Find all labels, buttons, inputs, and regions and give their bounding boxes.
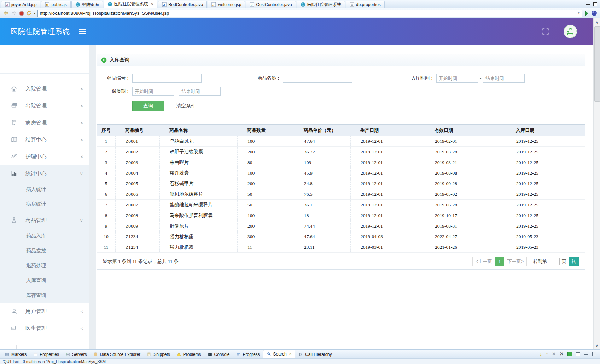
editor-tab-label: db.properties [356, 2, 381, 7]
next-page-button[interactable]: 下一页> [504, 257, 527, 266]
next-match-icon[interactable]: ↓ [540, 352, 542, 356]
back-icon[interactable] [3, 11, 9, 16]
view-tab-servers[interactable]: Servers [62, 350, 90, 358]
maximize-view-icon[interactable] [592, 352, 596, 356]
pagination-bar: 显示第 1 条到 11 条记录，总共 11 条 <上一页 1 下一页> 转到第 … [97, 253, 585, 270]
panel-arrow-icon [101, 57, 107, 63]
table-cell: 2019-12-01 [350, 136, 425, 146]
sidebar-item-1[interactable]: 入院管理< [0, 80, 89, 97]
tab-close-icon[interactable]: ✕ [289, 352, 292, 356]
sidebar-item-2[interactable]: 出院管理< [0, 97, 89, 114]
table-cell: 50 [237, 189, 294, 199]
editor-tab-label: 登陆页面 [82, 2, 99, 8]
user-avatar[interactable] [564, 25, 577, 38]
forward-icon[interactable] [11, 11, 17, 16]
sidebar-item-6[interactable]: 统计中心∨ [0, 165, 89, 182]
editor-tab-6[interactable]: Jwelcome.jsp [208, 1, 245, 8]
view-tab-label: Properties [40, 352, 59, 357]
sidebar-item-5[interactable]: 护理中心< [0, 148, 89, 165]
editor-tab-3[interactable]: 登陆页面 [71, 1, 103, 8]
scroll-up-icon[interactable]: ∧ [594, 19, 600, 25]
view-tab-console[interactable]: Console [204, 350, 233, 358]
browser-scrollbar[interactable]: ∧ ∨ [593, 18, 600, 349]
browser-toolbar: ▾ ∨ [0, 8, 600, 18]
table-row: 5Z0005石杉碱甲片20024.82019-12-012019-09-2820… [97, 178, 585, 189]
table-header-row: 序号药品编号药品名称药品数量药品单价（元）生产日期有效日期入库日期 [97, 124, 585, 136]
view-tab-progress[interactable]: Progress [233, 350, 263, 358]
sidebar-subitem[interactable]: 退药处理 [0, 258, 89, 273]
scroll-down-icon[interactable]: ∨ [594, 342, 600, 348]
scrollbar-thumb[interactable] [594, 26, 600, 102]
sidebar-subitem[interactable]: 病房统计 [0, 197, 89, 212]
table-cell: 2019-08-08 [425, 168, 506, 178]
storage-start-input[interactable] [436, 74, 478, 83]
table-cell: 2019-12-01 [350, 221, 425, 231]
drug-no-input[interactable] [132, 74, 202, 83]
view-tab-data-source-explorer[interactable]: Data Source Explorer [90, 350, 144, 358]
hamburger-menu-icon[interactable] [79, 29, 86, 34]
view-tab-search[interactable]: Search✕ [263, 350, 296, 358]
stats-icon [11, 170, 18, 177]
shelf-start-input[interactable] [132, 87, 174, 96]
table-cell: 4 [97, 168, 115, 178]
editor-tab-9[interactable]: db.properties [346, 1, 385, 8]
sidebar-item-8[interactable]: 用户管理< [0, 303, 89, 320]
prev-page-button[interactable]: <上一页 [472, 257, 495, 266]
table-body: 1Z0001乌鸡白凤丸10047.642019-12-012019-02-012… [97, 136, 585, 253]
go-button[interactable] [584, 11, 589, 16]
drug-name-label: 药品名称： [250, 75, 281, 81]
app-header: 医院住院管理系统 [0, 18, 593, 45]
clear-button[interactable]: 清空条件 [168, 101, 204, 111]
sidebar-subitem[interactable]: 药品入库 [0, 229, 89, 243]
current-page-button[interactable]: 1 [495, 257, 504, 266]
editor-tab-8[interactable]: 医院住院管理系统 [297, 1, 345, 8]
remove-match-icon[interactable]: ✕ [552, 352, 556, 356]
editor-tab-7[interactable]: JCostController.java [246, 1, 296, 8]
browser-viewport: 医院住院管理系统 入院管理<出院管理<病房管理<结算中心<护理中心<统计中心∨病… [0, 18, 600, 349]
run-search-again-icon[interactable] [567, 352, 572, 356]
editor-tab-4[interactable]: 医院住院管理系统✕ [104, 0, 158, 8]
drug-name-input[interactable] [283, 74, 352, 83]
refresh-dropdown-icon[interactable]: ▾ [34, 12, 35, 15]
sidebar-subitem[interactable]: 病人统计 [0, 182, 89, 197]
view-tab-properties[interactable]: Properties [30, 350, 62, 358]
url-input[interactable] [37, 10, 582, 17]
table-cell: 2019-12-25 [506, 221, 585, 231]
url-dropdown-icon[interactable]: ∨ [578, 11, 580, 14]
jump-button[interactable]: 转 [569, 257, 579, 266]
sidebar-subitem[interactable]: 入库查询 [0, 273, 89, 288]
sidebar-item-4[interactable]: 结算中心< [0, 131, 89, 148]
shelf-end-input[interactable] [179, 87, 221, 96]
minimize-icon[interactable] [586, 4, 590, 5]
view-tab-markers[interactable]: Markers [1, 350, 30, 358]
editor-tab-5[interactable]: JBedController.java [158, 1, 207, 8]
restore-view-icon[interactable] [576, 352, 580, 356]
table-cell: Z1234 [115, 231, 159, 242]
sidebar-item-9[interactable]: 医生管理< [0, 320, 89, 337]
view-tab-snippets[interactable]: Snippets [144, 350, 173, 358]
minimize-view-icon[interactable] [584, 353, 588, 355]
sidebar-subitem[interactable]: 库存查询 [0, 288, 89, 303]
table-row: 7Z0007盐酸维拉帕米缓释片5036.12019-12-012019-06-2… [97, 200, 585, 210]
view-tab-call-hierarchy[interactable]: Call Hierarchy [295, 350, 335, 358]
table-cell: 2019-12-01 [350, 178, 425, 189]
table-cell: 2019-10-17 [425, 210, 506, 221]
editor-tab-1[interactable]: JjieyueAdd.jsp [1, 1, 40, 8]
previous-match-icon[interactable]: ↑ [546, 352, 548, 356]
remove-all-matches-icon[interactable]: ✕ [560, 352, 564, 356]
sidebar-item-7[interactable]: 药品管理∨ [0, 212, 89, 229]
view-tab-problems[interactable]: Problems [173, 350, 204, 358]
drug-no-label: 药品编号： [100, 75, 130, 81]
sidebar-item-3[interactable]: 病房管理< [0, 114, 89, 131]
tab-close-icon[interactable]: ✕ [151, 2, 154, 6]
editor-tab-2[interactable]: Spublic.js [41, 1, 70, 8]
storage-end-input[interactable] [483, 74, 525, 83]
table-cell: Z0003 [115, 157, 159, 168]
maximize-icon[interactable] [593, 2, 597, 6]
refresh-icon[interactable] [26, 11, 31, 16]
sidebar-subitem[interactable]: 药品发放 [0, 243, 89, 258]
jump-page-input[interactable] [549, 258, 560, 265]
query-button[interactable]: 查询 [132, 101, 164, 111]
stop-icon[interactable] [19, 11, 24, 16]
fullscreen-icon[interactable] [542, 28, 549, 35]
